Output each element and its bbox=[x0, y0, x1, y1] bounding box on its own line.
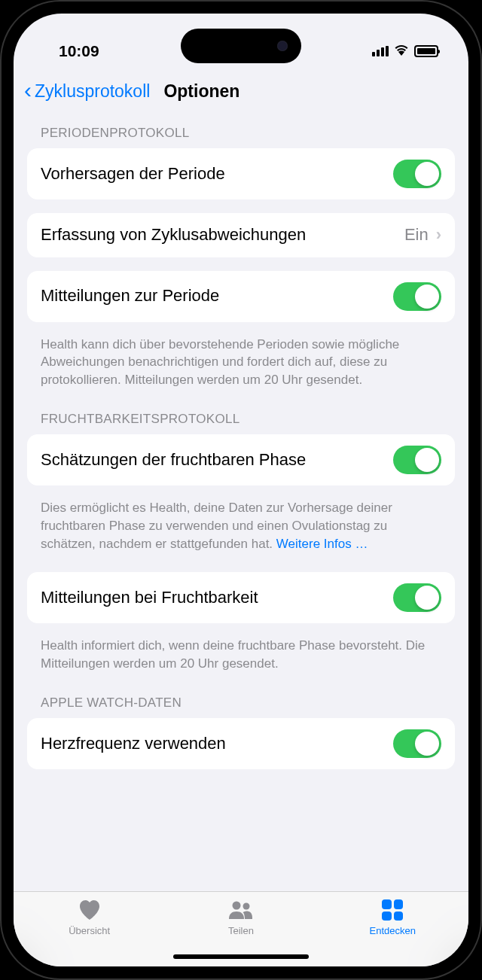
row-label: Schätzungen der fruchtbaren Phase bbox=[41, 449, 393, 471]
row-period-notifications[interactable]: Mitteilungen zur Periode bbox=[27, 271, 455, 322]
row-label: Erfassung von Zyklusabweichungen bbox=[41, 224, 404, 246]
row-fertile-window-estimates[interactable]: Schätzungen der fruchtbaren Phase bbox=[27, 434, 455, 485]
row-cycle-deviations[interactable]: Erfassung von Zyklusabweichungen Ein › bbox=[27, 213, 455, 257]
chevron-right-icon: › bbox=[436, 225, 441, 245]
front-camera-icon bbox=[277, 41, 288, 51]
more-info-link[interactable]: Weitere Infos … bbox=[276, 537, 368, 551]
section-header-fertility: FRUCHTBARKEITSPROTOKOLL bbox=[27, 395, 455, 434]
row-value: Ein bbox=[404, 225, 429, 245]
toggle-period-notifications[interactable] bbox=[393, 282, 441, 311]
section-footer-fertility-2: Health informiert dich, wenn deine fruch… bbox=[27, 637, 455, 679]
battery-icon bbox=[414, 45, 438, 57]
tab-discover[interactable]: Entdecken bbox=[317, 898, 468, 936]
row-use-heart-rate[interactable]: Herzfrequenz verwenden bbox=[27, 718, 455, 769]
back-button[interactable]: ‹ Zyklusprotokoll bbox=[24, 81, 150, 102]
toggle-heart-rate[interactable] bbox=[393, 729, 441, 758]
toggle-fertile-window[interactable] bbox=[393, 446, 441, 474]
content-area: PERIODENPROTOKOLL Vorhersagen der Period… bbox=[14, 115, 468, 891]
cellular-signal-icon bbox=[372, 46, 389, 56]
people-icon bbox=[227, 898, 255, 922]
toggle-period-predictions[interactable] bbox=[393, 160, 441, 188]
grid-icon bbox=[382, 898, 403, 922]
home-indicator[interactable] bbox=[173, 954, 309, 959]
dynamic-island bbox=[181, 29, 301, 63]
wifi-icon bbox=[394, 44, 409, 59]
navigation-bar: ‹ Zyklusprotokoll Optionen bbox=[14, 74, 468, 115]
heart-icon bbox=[78, 898, 101, 922]
toggle-fertility-notifications[interactable] bbox=[393, 583, 441, 612]
section-footer-period: Health kann dich über bevorstehende Peri… bbox=[27, 336, 455, 395]
row-label: Herzfrequenz verwenden bbox=[41, 733, 393, 755]
svg-point-0 bbox=[232, 902, 240, 910]
phone-frame: 10:09 ‹ Zyklusprotokoll Optionen PERIODE… bbox=[0, 0, 482, 980]
status-time: 10:09 bbox=[59, 42, 99, 60]
section-footer-fertility-1: Dies ermöglicht es Health, deine Daten z… bbox=[27, 499, 455, 558]
row-label: Vorhersagen der Periode bbox=[41, 163, 393, 185]
tab-label: Entdecken bbox=[370, 925, 416, 936]
row-fertility-notifications[interactable]: Mitteilungen bei Fruchtbarkeit bbox=[27, 572, 455, 623]
page-title: Optionen bbox=[163, 81, 239, 102]
section-header-watch: APPLE WATCH-DATEN bbox=[27, 679, 455, 718]
tab-label: Übersicht bbox=[69, 925, 110, 936]
row-label: Mitteilungen bei Fruchtbarkeit bbox=[41, 587, 393, 609]
status-icons bbox=[372, 44, 438, 59]
tab-overview[interactable]: Übersicht bbox=[14, 898, 165, 936]
row-period-predictions[interactable]: Vorhersagen der Periode bbox=[27, 148, 455, 199]
svg-point-1 bbox=[243, 903, 249, 910]
screen: 10:09 ‹ Zyklusprotokoll Optionen PERIODE… bbox=[14, 14, 468, 966]
row-label: Mitteilungen zur Periode bbox=[41, 285, 393, 307]
section-header-period: PERIODENPROTOKOLL bbox=[27, 115, 455, 148]
back-label: Zyklusprotokoll bbox=[35, 81, 150, 102]
chevron-left-icon: ‹ bbox=[24, 79, 32, 102]
tab-label: Teilen bbox=[228, 925, 254, 936]
tab-share[interactable]: Teilen bbox=[165, 898, 316, 936]
